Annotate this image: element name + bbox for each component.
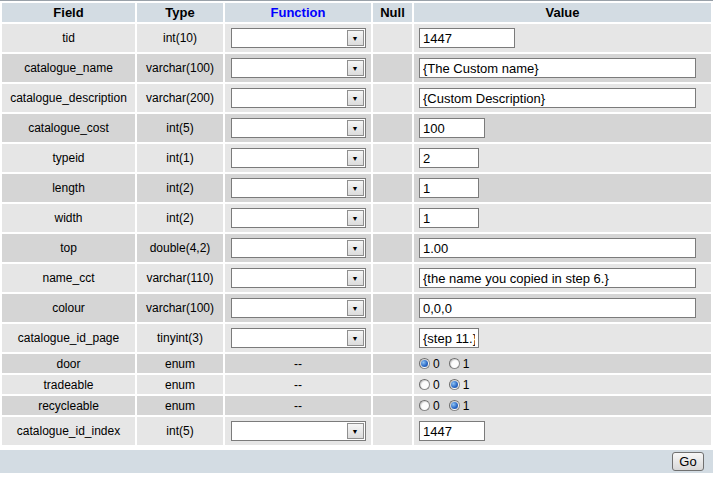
null-cell: [373, 24, 412, 52]
field-name: tradeable: [2, 375, 135, 394]
function-select[interactable]: ▼: [231, 298, 366, 318]
function-cell: ▼: [225, 144, 371, 172]
function-select[interactable]: ▼: [231, 178, 366, 198]
value-input[interactable]: [419, 421, 485, 441]
col-header-type: Type: [137, 3, 223, 22]
value-input[interactable]: [419, 28, 515, 48]
value-input[interactable]: [419, 268, 696, 288]
table-row: doorenum--01: [2, 354, 711, 373]
dropdown-arrow-icon[interactable]: ▼: [347, 240, 364, 256]
function-cell: --: [225, 396, 371, 415]
value-cell: [414, 264, 711, 292]
dropdown-arrow-icon[interactable]: ▼: [347, 300, 364, 316]
field-name: name_cct: [2, 264, 135, 292]
value-input[interactable]: [419, 178, 479, 198]
function-select[interactable]: ▼: [231, 268, 366, 288]
table-row: catalogue_namevarchar(100)▼: [2, 54, 711, 82]
col-header-function-link[interactable]: Function: [225, 3, 371, 22]
value-cell: [414, 204, 711, 232]
field-type: tinyint(3): [137, 324, 223, 352]
radio-option-1[interactable]: [449, 358, 460, 369]
value-cell: [414, 54, 711, 82]
function-select[interactable]: ▼: [231, 328, 366, 348]
value-input[interactable]: [419, 148, 479, 168]
dropdown-arrow-icon[interactable]: ▼: [347, 270, 364, 286]
null-cell: [373, 375, 412, 394]
field-type: varchar(200): [137, 84, 223, 112]
insert-form-page: Field Type Function Null Value tidint(10…: [0, 0, 713, 473]
function-select[interactable]: ▼: [231, 238, 366, 258]
field-name: top: [2, 234, 135, 262]
field-type: varchar(100): [137, 294, 223, 322]
dropdown-arrow-icon[interactable]: ▼: [347, 330, 364, 346]
null-cell: [373, 144, 412, 172]
field-name: catalogue_description: [2, 84, 135, 112]
null-cell: [373, 204, 412, 232]
dropdown-arrow-icon[interactable]: ▼: [347, 210, 364, 226]
dropdown-arrow-icon[interactable]: ▼: [347, 180, 364, 196]
footer-bar: Go: [0, 450, 713, 473]
value-input[interactable]: [419, 88, 696, 108]
null-cell: [373, 354, 412, 373]
radio-label: 0: [433, 357, 440, 371]
dropdown-arrow-icon[interactable]: ▼: [347, 423, 364, 439]
radio-option-1[interactable]: [449, 379, 460, 390]
dropdown-arrow-icon[interactable]: ▼: [347, 150, 364, 166]
value-input[interactable]: [419, 118, 485, 138]
function-cell: ▼: [225, 417, 371, 445]
field-name: length: [2, 174, 135, 202]
dropdown-arrow-icon[interactable]: ▼: [347, 120, 364, 136]
dropdown-arrow-icon[interactable]: ▼: [347, 90, 364, 106]
function-cell: --: [225, 354, 371, 373]
function-cell: ▼: [225, 294, 371, 322]
go-button[interactable]: Go: [672, 452, 704, 471]
field-name: catalogue_id_index: [2, 417, 135, 445]
radio-label: 0: [433, 378, 440, 392]
function-select[interactable]: ▼: [231, 421, 366, 441]
value-input[interactable]: [419, 328, 479, 348]
value-cell: [414, 417, 711, 445]
radio-label: 0: [433, 399, 440, 413]
function-select[interactable]: ▼: [231, 208, 366, 228]
col-header-null: Null: [373, 3, 412, 22]
radio-option-0[interactable]: [419, 400, 430, 411]
function-cell: ▼: [225, 114, 371, 142]
insert-table: Field Type Function Null Value tidint(10…: [0, 1, 713, 447]
radio-option-0[interactable]: [419, 358, 430, 369]
field-type: enum: [137, 354, 223, 373]
null-cell: [373, 234, 412, 262]
value-cell: [414, 234, 711, 262]
table-row: catalogue_descriptionvarchar(200)▼: [2, 84, 711, 112]
function-select[interactable]: ▼: [231, 148, 366, 168]
function-cell: ▼: [225, 84, 371, 112]
value-input[interactable]: [419, 58, 696, 78]
dropdown-arrow-icon[interactable]: ▼: [347, 60, 364, 76]
value-input[interactable]: [419, 238, 696, 258]
field-type: enum: [137, 375, 223, 394]
function-cell: --: [225, 375, 371, 394]
value-cell: [414, 24, 711, 52]
field-name: tid: [2, 24, 135, 52]
radio-label: 1: [463, 378, 470, 392]
radio-option-0[interactable]: [419, 379, 430, 390]
function-cell: ▼: [225, 204, 371, 232]
function-select[interactable]: ▼: [231, 88, 366, 108]
radio-option-1[interactable]: [449, 400, 460, 411]
field-name: width: [2, 204, 135, 232]
field-type: int(5): [137, 114, 223, 142]
table-row: tradeableenum--01: [2, 375, 711, 394]
field-type: varchar(110): [137, 264, 223, 292]
value-input[interactable]: [419, 298, 696, 318]
table-row: catalogue_id_indexint(5)▼: [2, 417, 711, 445]
table-row: widthint(2)▼: [2, 204, 711, 232]
table-row: topdouble(4,2)▼: [2, 234, 711, 262]
value-input[interactable]: [419, 208, 479, 228]
dropdown-arrow-icon[interactable]: ▼: [347, 30, 364, 46]
function-select[interactable]: ▼: [231, 58, 366, 78]
value-cell: 01: [414, 375, 711, 394]
function-cell: ▼: [225, 24, 371, 52]
function-select[interactable]: ▼: [231, 28, 366, 48]
function-select[interactable]: ▼: [231, 118, 366, 138]
field-type: int(5): [137, 417, 223, 445]
table-row: typeidint(1)▼: [2, 144, 711, 172]
